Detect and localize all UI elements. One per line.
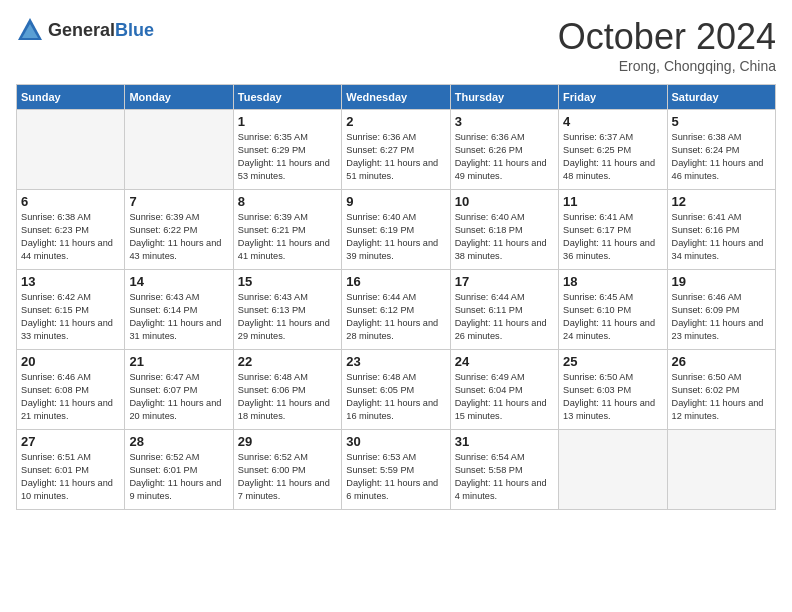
calendar-week-row: 27Sunrise: 6:51 AMSunset: 6:01 PMDayligh… [17,430,776,510]
day-number: 19 [672,274,771,289]
day-detail: Sunrise: 6:46 AMSunset: 6:08 PMDaylight:… [21,371,120,423]
calendar-cell: 31Sunrise: 6:54 AMSunset: 5:58 PMDayligh… [450,430,558,510]
calendar-cell: 21Sunrise: 6:47 AMSunset: 6:07 PMDayligh… [125,350,233,430]
day-detail: Sunrise: 6:46 AMSunset: 6:09 PMDaylight:… [672,291,771,343]
calendar-cell: 18Sunrise: 6:45 AMSunset: 6:10 PMDayligh… [559,270,667,350]
day-number: 29 [238,434,337,449]
day-detail: Sunrise: 6:44 AMSunset: 6:12 PMDaylight:… [346,291,445,343]
day-detail: Sunrise: 6:43 AMSunset: 6:13 PMDaylight:… [238,291,337,343]
day-number: 27 [21,434,120,449]
day-number: 23 [346,354,445,369]
calendar-cell: 26Sunrise: 6:50 AMSunset: 6:02 PMDayligh… [667,350,775,430]
calendar-cell: 14Sunrise: 6:43 AMSunset: 6:14 PMDayligh… [125,270,233,350]
calendar-cell: 10Sunrise: 6:40 AMSunset: 6:18 PMDayligh… [450,190,558,270]
calendar-week-row: 13Sunrise: 6:42 AMSunset: 6:15 PMDayligh… [17,270,776,350]
calendar-cell: 9Sunrise: 6:40 AMSunset: 6:19 PMDaylight… [342,190,450,270]
day-number: 28 [129,434,228,449]
calendar-cell: 2Sunrise: 6:36 AMSunset: 6:27 PMDaylight… [342,110,450,190]
calendar-cell: 30Sunrise: 6:53 AMSunset: 5:59 PMDayligh… [342,430,450,510]
weekday-header-thursday: Thursday [450,85,558,110]
day-number: 16 [346,274,445,289]
day-detail: Sunrise: 6:35 AMSunset: 6:29 PMDaylight:… [238,131,337,183]
calendar-cell: 15Sunrise: 6:43 AMSunset: 6:13 PMDayligh… [233,270,341,350]
day-number: 17 [455,274,554,289]
day-detail: Sunrise: 6:36 AMSunset: 6:26 PMDaylight:… [455,131,554,183]
calendar-cell: 3Sunrise: 6:36 AMSunset: 6:26 PMDaylight… [450,110,558,190]
day-detail: Sunrise: 6:47 AMSunset: 6:07 PMDaylight:… [129,371,228,423]
calendar-cell: 22Sunrise: 6:48 AMSunset: 6:06 PMDayligh… [233,350,341,430]
day-detail: Sunrise: 6:40 AMSunset: 6:18 PMDaylight:… [455,211,554,263]
weekday-header-friday: Friday [559,85,667,110]
day-number: 11 [563,194,662,209]
day-number: 7 [129,194,228,209]
day-detail: Sunrise: 6:48 AMSunset: 6:06 PMDaylight:… [238,371,337,423]
day-detail: Sunrise: 6:50 AMSunset: 6:02 PMDaylight:… [672,371,771,423]
day-detail: Sunrise: 6:38 AMSunset: 6:24 PMDaylight:… [672,131,771,183]
day-detail: Sunrise: 6:52 AMSunset: 6:01 PMDaylight:… [129,451,228,503]
day-detail: Sunrise: 6:51 AMSunset: 6:01 PMDaylight:… [21,451,120,503]
day-detail: Sunrise: 6:43 AMSunset: 6:14 PMDaylight:… [129,291,228,343]
weekday-header-row: SundayMondayTuesdayWednesdayThursdayFrid… [17,85,776,110]
day-detail: Sunrise: 6:39 AMSunset: 6:21 PMDaylight:… [238,211,337,263]
day-number: 20 [21,354,120,369]
page-header: GeneralBlue October 2024 Erong, Chongqin… [16,16,776,74]
calendar-cell: 6Sunrise: 6:38 AMSunset: 6:23 PMDaylight… [17,190,125,270]
day-detail: Sunrise: 6:44 AMSunset: 6:11 PMDaylight:… [455,291,554,343]
day-number: 1 [238,114,337,129]
logo-icon [16,16,44,44]
day-detail: Sunrise: 6:48 AMSunset: 6:05 PMDaylight:… [346,371,445,423]
day-detail: Sunrise: 6:42 AMSunset: 6:15 PMDaylight:… [21,291,120,343]
calendar-cell: 7Sunrise: 6:39 AMSunset: 6:22 PMDaylight… [125,190,233,270]
logo-blue-text: Blue [115,20,154,40]
logo-general-text: General [48,20,115,40]
day-detail: Sunrise: 6:54 AMSunset: 5:58 PMDaylight:… [455,451,554,503]
calendar-week-row: 1Sunrise: 6:35 AMSunset: 6:29 PMDaylight… [17,110,776,190]
calendar-cell: 27Sunrise: 6:51 AMSunset: 6:01 PMDayligh… [17,430,125,510]
calendar-cell [17,110,125,190]
calendar-cell [559,430,667,510]
calendar-week-row: 6Sunrise: 6:38 AMSunset: 6:23 PMDaylight… [17,190,776,270]
logo: GeneralBlue [16,16,154,44]
day-detail: Sunrise: 6:36 AMSunset: 6:27 PMDaylight:… [346,131,445,183]
day-number: 25 [563,354,662,369]
calendar-cell [667,430,775,510]
day-detail: Sunrise: 6:40 AMSunset: 6:19 PMDaylight:… [346,211,445,263]
day-number: 10 [455,194,554,209]
day-number: 24 [455,354,554,369]
weekday-header-wednesday: Wednesday [342,85,450,110]
calendar-cell: 24Sunrise: 6:49 AMSunset: 6:04 PMDayligh… [450,350,558,430]
day-number: 2 [346,114,445,129]
calendar-cell: 5Sunrise: 6:38 AMSunset: 6:24 PMDaylight… [667,110,775,190]
calendar-cell: 23Sunrise: 6:48 AMSunset: 6:05 PMDayligh… [342,350,450,430]
day-number: 3 [455,114,554,129]
day-detail: Sunrise: 6:49 AMSunset: 6:04 PMDaylight:… [455,371,554,423]
day-detail: Sunrise: 6:41 AMSunset: 6:16 PMDaylight:… [672,211,771,263]
day-number: 15 [238,274,337,289]
location-title: Erong, Chongqing, China [558,58,776,74]
day-number: 13 [21,274,120,289]
day-number: 4 [563,114,662,129]
day-number: 18 [563,274,662,289]
calendar-cell: 19Sunrise: 6:46 AMSunset: 6:09 PMDayligh… [667,270,775,350]
calendar-cell: 8Sunrise: 6:39 AMSunset: 6:21 PMDaylight… [233,190,341,270]
weekday-header-tuesday: Tuesday [233,85,341,110]
day-detail: Sunrise: 6:38 AMSunset: 6:23 PMDaylight:… [21,211,120,263]
day-number: 30 [346,434,445,449]
calendar-cell: 4Sunrise: 6:37 AMSunset: 6:25 PMDaylight… [559,110,667,190]
day-number: 14 [129,274,228,289]
calendar-cell: 20Sunrise: 6:46 AMSunset: 6:08 PMDayligh… [17,350,125,430]
day-detail: Sunrise: 6:39 AMSunset: 6:22 PMDaylight:… [129,211,228,263]
day-number: 5 [672,114,771,129]
day-detail: Sunrise: 6:37 AMSunset: 6:25 PMDaylight:… [563,131,662,183]
day-number: 6 [21,194,120,209]
calendar-cell [125,110,233,190]
day-detail: Sunrise: 6:45 AMSunset: 6:10 PMDaylight:… [563,291,662,343]
weekday-header-sunday: Sunday [17,85,125,110]
weekday-header-monday: Monday [125,85,233,110]
day-detail: Sunrise: 6:52 AMSunset: 6:00 PMDaylight:… [238,451,337,503]
calendar-table: SundayMondayTuesdayWednesdayThursdayFrid… [16,84,776,510]
day-detail: Sunrise: 6:41 AMSunset: 6:17 PMDaylight:… [563,211,662,263]
calendar-cell: 16Sunrise: 6:44 AMSunset: 6:12 PMDayligh… [342,270,450,350]
day-number: 31 [455,434,554,449]
day-number: 26 [672,354,771,369]
